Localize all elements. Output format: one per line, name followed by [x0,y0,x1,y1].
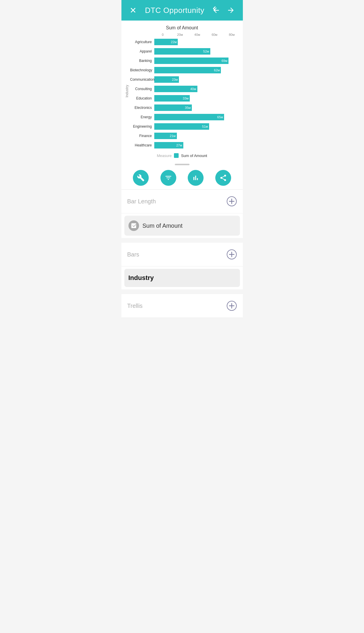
bar-label: Communications [130,77,154,82]
bar-value: 23м [172,78,178,81]
bar-label: Electronics [130,106,154,110]
bar-fill: 22м [154,39,178,45]
bar-label: Agriculture [130,40,154,44]
bars-item-label: Industry [128,274,154,281]
drag-handle[interactable] [121,161,243,166]
bar-fill: 65м [154,114,224,120]
bar-fill: 52м [154,48,210,55]
bar-track: 21м [154,133,241,139]
forward-button[interactable] [225,4,237,16]
bar-value: 40м [190,87,196,91]
bar-track: 52м [154,48,241,55]
bar-fill: 33м [154,95,190,102]
bar-value: 22м [171,40,177,44]
bar-value: 27м [176,144,182,147]
bar-value: 52м [203,50,209,53]
bar-row: Education33м [130,94,241,103]
bar-fill: 51м [154,123,209,130]
tools-button[interactable] [133,170,149,186]
bar-fill: 21м [154,133,177,139]
bar-value: 69м [221,59,227,63]
bar-label: Engineering [130,124,154,129]
bar-row: Electronics35м [130,103,241,112]
bar-track: 35м [154,104,241,111]
bar-label: Education [130,96,154,100]
bar-value: 35м [185,106,191,109]
bar-row: Consulting40м [130,85,241,93]
bar-length-title: Bar Length [127,198,156,205]
bar-row: Banking69м [130,56,241,65]
x-label-20: 20м [171,33,189,36]
bar-fill: 69м [154,58,229,64]
bar-track: 27м [154,142,241,148]
header: ✕ DTC Opportunity [121,0,243,21]
bar-fill: 27м [154,142,183,148]
bar-track: 51м [154,123,241,130]
bar-label: Apparel [130,49,154,53]
settings-panel: Bar Length Sum of Amount Bars [121,190,243,318]
x-label-80: 80м [223,33,241,36]
bars-title: Bars [127,251,139,258]
bar-label: Finance [130,134,154,138]
bar-value: 65м [217,115,223,119]
bar-fill: 40м [154,86,197,92]
bar-row: Agriculture22м [130,38,241,46]
sum-amount-icon [128,220,139,231]
bar-fill: 23м [154,76,179,83]
bar-length-add-button[interactable] [226,196,237,207]
legend-measure-label: Measure [157,153,172,158]
bars-item[interactable]: Industry [124,269,240,287]
x-label-40: 40м [189,33,206,36]
bar-value: 21м [170,134,176,138]
chart-button[interactable] [188,170,204,186]
drag-pill [175,164,189,165]
trellis-title: Trellis [127,303,143,309]
bar-track: 33м [154,95,241,102]
bar-row: Energy65м [130,113,241,121]
bar-row: Engineering51м [130,122,241,131]
bars-add-button[interactable] [226,249,237,260]
bar-track: 65м [154,114,241,120]
bar-track: 62м [154,67,241,73]
bar-length-item[interactable]: Sum of Amount [124,216,240,236]
x-label-60: 60м [206,33,223,36]
bar-track: 69м [154,58,241,64]
toolbar [121,166,243,190]
bar-length-item-label: Sum of Amount [143,222,183,229]
bar-value: 51м [202,125,208,128]
bar-row: Apparel52м [130,47,241,56]
bar-track: 40м [154,86,241,92]
chart-title: Sum of Amount [124,25,241,31]
chart-legend: Measure Sum of Amount [124,153,241,158]
y-axis-label: Industry [124,33,130,150]
bar-label: Healthcare [130,143,154,147]
bar-row: Healthcare27м [130,141,241,150]
bar-value: 62м [214,68,220,72]
back-button[interactable] [210,4,222,16]
bar-row: Biotechnology62м [130,66,241,75]
legend-sum-label: Sum of Amount [181,153,207,158]
filter-button[interactable] [160,170,176,186]
x-axis: 0 20м 40м 60м 80м [154,33,241,36]
bars-area: Agriculture22мApparel52мBanking69мBiotec… [130,38,241,150]
bar-value: 33м [183,97,189,100]
close-button[interactable]: ✕ [127,4,139,16]
bar-row: Finance21м [130,131,241,140]
bar-label: Energy [130,115,154,119]
bars-section-header: Bars [121,243,243,266]
legend-swatch [174,153,179,158]
bar-label: Banking [130,59,154,63]
bar-track: 23м [154,76,241,83]
trellis-add-button[interactable] [226,301,237,311]
x-label-0: 0 [154,33,172,36]
share-button[interactable] [215,170,231,186]
bar-row: Communications23м [130,75,241,84]
page-title: DTC Opportunity [145,6,204,15]
trellis-section-header: Trellis [121,294,243,318]
bar-length-section-header: Bar Length [121,190,243,213]
bar-track: 22м [154,39,241,45]
bar-fill: 62м [154,67,221,73]
bar-label: Consulting [130,87,154,91]
bar-fill: 35м [154,104,192,111]
bar-label: Biotechnology [130,68,154,72]
